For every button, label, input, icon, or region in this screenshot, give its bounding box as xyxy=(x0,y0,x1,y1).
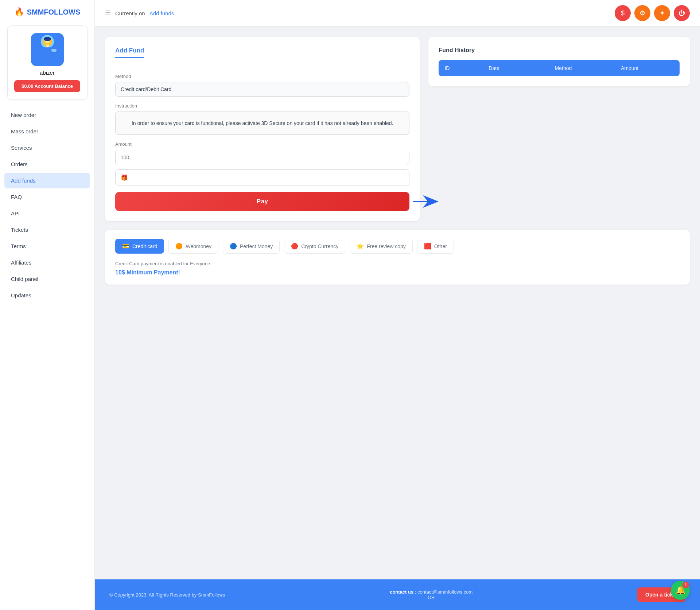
payment-method-crypto-currency[interactable]: 🔴Crypto Currency xyxy=(284,239,345,254)
settings-icon-btn[interactable]: ⚙ xyxy=(634,5,650,21)
notification-badge: 1 xyxy=(682,582,689,588)
main-content: ☰ Currently on Add funds $ ⚙ ✦ ⏻ Add Fun… xyxy=(95,0,700,610)
fund-history-title: Fund History xyxy=(439,47,680,54)
payment-method-free-review-copy[interactable]: ⭐Free review copy xyxy=(350,239,413,254)
footer-contact-label: contact us xyxy=(390,589,413,595)
sidebar-item-api[interactable]: API xyxy=(4,206,90,221)
table-header: IDDateMethodAmount xyxy=(439,60,680,76)
payment-method-webmoney[interactable]: 🟠Webmoney xyxy=(168,239,218,254)
webmoney-label: Webmoney xyxy=(186,243,211,249)
sidebar-item-new-order[interactable]: New order xyxy=(4,107,90,123)
webmoney-icon: 🟠 xyxy=(175,243,183,250)
balance-button[interactable]: $0.00 Account Balance xyxy=(14,80,80,92)
profile-card: abizer $0.00 Account Balance xyxy=(7,26,88,100)
instruction-label: Instruction xyxy=(115,103,409,109)
amount-input[interactable] xyxy=(115,150,409,165)
sidebar-item-tickets[interactable]: Tickets xyxy=(4,222,90,238)
sidebar-item-updates[interactable]: Updates xyxy=(4,288,90,303)
svg-marker-10 xyxy=(413,195,439,208)
add-fund-title: Add Fund xyxy=(115,47,144,58)
sidebar-item-affiliates[interactable]: Affiliates xyxy=(4,255,90,270)
sidebar-item-services[interactable]: Services xyxy=(4,140,90,156)
method-select[interactable]: Credit card/Debit CardWebmoneyPerfect Mo… xyxy=(115,82,409,97)
pay-button[interactable]: Pay xyxy=(115,192,409,211)
topbar-prefix: Currently on xyxy=(115,10,145,16)
payment-methods-row: 💳Credit card🟠Webmoney🔵Perfect Money🔴Cryp… xyxy=(115,239,680,254)
table-header-id: ID xyxy=(444,65,489,71)
footer-or: OR xyxy=(428,595,435,600)
footer: © Copyright 2023. All Rights Reserved by… xyxy=(95,579,700,610)
other-icon: 🟥 xyxy=(424,243,431,250)
payment-note: Credit Card payment is enabled for Every… xyxy=(115,261,680,266)
svg-rect-6 xyxy=(51,49,57,52)
add-fund-card: Add Fund Method Credit card/Debit CardWe… xyxy=(105,37,420,221)
sidebar-item-mass-order[interactable]: Mass order xyxy=(4,124,90,139)
sidebar-nav: New orderMass orderServicesOrdersAdd fun… xyxy=(0,107,94,304)
sidebar: 🔥 SMMFOLLOWS abizer xyxy=(0,0,95,610)
other-label: Other xyxy=(434,243,447,249)
crypto-currency-label: Crypto Currency xyxy=(301,243,338,249)
method-label: Method xyxy=(115,74,409,79)
table-header-method: Method xyxy=(555,65,621,71)
gear-icon-btn[interactable]: ✦ xyxy=(654,5,670,21)
table-header-amount: Amount xyxy=(621,65,674,71)
minimum-payment: 10$ Minimum Payment! xyxy=(115,269,680,276)
table-header-date: Date xyxy=(489,65,555,71)
amount-label: Amount xyxy=(115,141,409,147)
payment-method-credit-card[interactable]: 💳Credit card xyxy=(115,239,164,254)
sidebar-item-add-funds[interactable]: Add funds xyxy=(4,173,90,188)
topbar: ☰ Currently on Add funds $ ⚙ ✦ ⏻ xyxy=(95,0,700,27)
sidebar-item-terms[interactable]: Terms xyxy=(4,238,90,254)
free-review-copy-icon: ⭐ xyxy=(357,243,364,250)
topbar-left: ☰ Currently on Add funds xyxy=(105,9,174,17)
top-row: Add Fund Method Credit card/Debit CardWe… xyxy=(105,37,690,221)
crypto-currency-icon: 🔴 xyxy=(291,243,298,250)
gift-code-input[interactable] xyxy=(115,169,409,185)
free-review-copy-label: Free review copy xyxy=(367,243,406,249)
payment-method-perfect-money[interactable]: 🔵Perfect Money xyxy=(223,239,280,254)
svg-rect-5 xyxy=(38,49,43,52)
topbar-page-link[interactable]: Add funds xyxy=(149,10,174,16)
power-icon-btn[interactable]: ⏻ xyxy=(674,5,690,21)
avatar-container xyxy=(31,33,64,66)
credit-card-icon: 💳 xyxy=(122,243,129,250)
dollar-icon-btn[interactable]: $ xyxy=(615,5,631,21)
payment-method-other[interactable]: 🟥Other xyxy=(417,239,454,254)
arrow-indicator xyxy=(413,194,439,209)
perfect-money-label: Perfect Money xyxy=(240,243,273,249)
menu-icon[interactable]: ☰ xyxy=(105,9,111,17)
sidebar-item-faq[interactable]: FAQ xyxy=(4,189,90,205)
logo-text: SMMFOLLOWS xyxy=(27,8,81,16)
footer-contact: contact us : contact@smmfollows.com OR xyxy=(390,589,472,600)
credit-card-label: Credit card xyxy=(132,243,157,249)
fund-history-card: Fund History IDDateMethodAmount xyxy=(428,37,690,86)
footer-email: contact@smmfollows.com xyxy=(417,589,472,595)
instruction-box: In order to ensure your card is function… xyxy=(115,112,409,135)
flame-icon: 🔥 xyxy=(14,7,24,17)
perfect-money-icon: 🔵 xyxy=(230,243,237,250)
sidebar-item-child-panel[interactable]: Child panel xyxy=(4,271,90,287)
footer-colon: : xyxy=(415,589,417,595)
payment-methods-card: 💳Credit card🟠Webmoney🔵Perfect Money🔴Cryp… xyxy=(105,230,690,285)
svg-rect-4 xyxy=(43,47,52,57)
topbar-right: $ ⚙ ✦ ⏻ xyxy=(615,5,690,21)
page-body: Add Fund Method Credit card/Debit CardWe… xyxy=(95,27,700,579)
sidebar-item-orders[interactable]: Orders xyxy=(4,156,90,172)
avatar-figure xyxy=(35,34,60,66)
svg-point-8 xyxy=(44,37,51,41)
pay-btn-wrapper: Pay xyxy=(115,192,409,211)
notification-bubble[interactable]: 🔔 1 xyxy=(671,581,690,600)
sidebar-logo: 🔥 SMMFOLLOWS xyxy=(14,7,81,17)
footer-copyright: © Copyright 2023. All Rights Reserved by… xyxy=(109,592,225,598)
username: abizer xyxy=(40,70,55,76)
